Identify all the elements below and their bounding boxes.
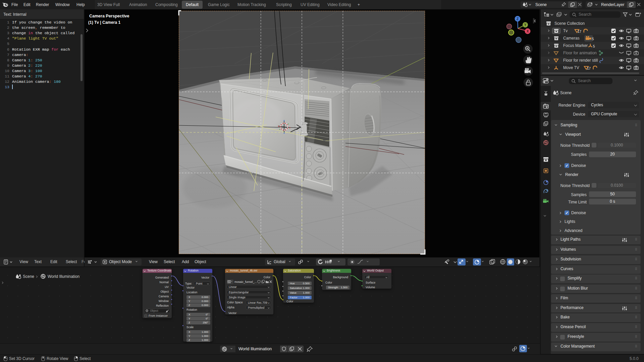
svg-text:X: X <box>527 29 529 33</box>
svg-text:Y: Y <box>524 23 527 27</box>
svg-text:Z: Z <box>517 17 519 21</box>
